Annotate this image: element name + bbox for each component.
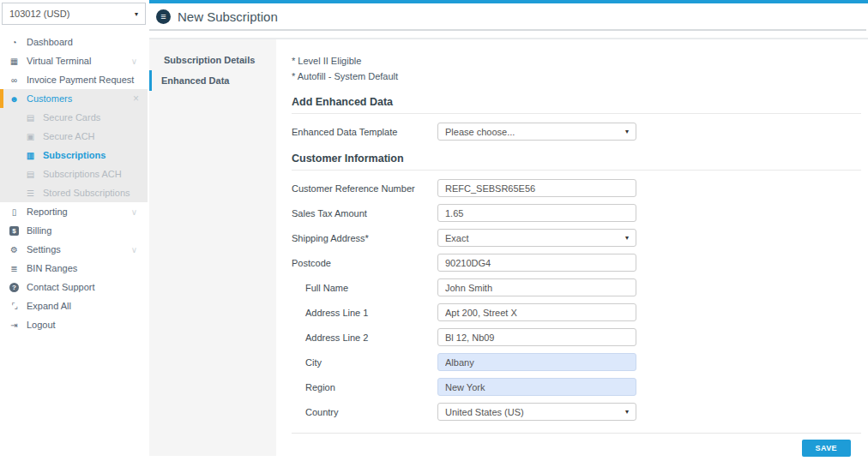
sidebar-item-label: Reporting (27, 207, 68, 217)
select-value: Exact (445, 233, 469, 243)
field-label: Address Line 1 (292, 308, 437, 318)
form-row-address-line-1: Address Line 1 (292, 303, 861, 321)
section-heading-customer-information: Customer Information (292, 153, 861, 171)
calculator-icon: ▦ (8, 57, 21, 66)
chevron-down-icon: ∨ (131, 57, 148, 66)
city-input[interactable] (437, 353, 636, 371)
subnav-item-subscription-details[interactable]: Subscription Details (149, 50, 276, 70)
country-select[interactable]: United States (US)▾ (437, 403, 636, 421)
sign-out-icon: ⇥ (8, 320, 21, 330)
field-label: Full Name (292, 283, 437, 293)
postcode-input[interactable] (437, 254, 636, 272)
sidebar-item-label: BIN Ranges (27, 263, 77, 273)
lock-icon: ▣ (24, 132, 37, 141)
field-label: Sales Tax Amount (292, 208, 437, 219)
sidebar-item-label: Secure Cards (43, 112, 100, 123)
sidebar-item-label: Customers (27, 93, 72, 104)
account-selector-value: 103012 (USD) (9, 9, 69, 19)
sidebar-item-settings[interactable]: ⚙Settings∨ (0, 240, 148, 259)
shipping-address-select[interactable]: Exact▾ (437, 229, 636, 247)
sidebar-item-billing[interactable]: $Billing (0, 221, 148, 240)
sidebar-item-bin-ranges[interactable]: ≣BIN Ranges (0, 259, 148, 278)
subnav-item-enhanced-data[interactable]: Enhanced Data (149, 70, 276, 91)
sidebar-item-reporting[interactable]: ▯Reporting∨ (0, 202, 148, 221)
sidebar-item-dashboard[interactable]: ◔Dashboard (0, 33, 148, 51)
header-divider (149, 29, 866, 31)
address-line-1-input[interactable] (437, 303, 636, 321)
full-name-input[interactable] (437, 278, 636, 296)
chevron-down-icon: ∨ (131, 245, 148, 254)
form-row-country: CountryUnited States (US)▾ (292, 403, 861, 421)
sidebar-item-secure-ach[interactable]: ▣Secure ACH (0, 127, 148, 146)
subscription-card-icon: ▤ (24, 170, 37, 179)
sidebar-item-stored-subscriptions[interactable]: ☰Stored Subscriptions (0, 183, 148, 202)
users-icon: ☻ (8, 94, 21, 104)
billing-dollar-glyph: $ (9, 226, 19, 236)
sidebar-item-subscriptions[interactable]: ▥Subscriptions (0, 146, 148, 165)
gears-icon: ⚙ (8, 245, 21, 254)
form-row-region: Region (292, 378, 861, 396)
section-heading-add-enhanced-data: Add Enhanced Data (292, 96, 861, 114)
form-row-sales-tax-amount: Sales Tax Amount (292, 204, 861, 222)
field-label: Postcode (292, 258, 437, 268)
credit-card-icon: ▤ (24, 113, 37, 123)
field-label: Address Line 2 (292, 332, 437, 343)
sidebar-item-label: Stored Subscriptions (43, 188, 130, 198)
content-panel: Subscription DetailsEnhanced Data * Leve… (149, 38, 868, 456)
close-icon[interactable]: × (133, 93, 148, 105)
sidebar-item-label: Dashboard (27, 37, 73, 47)
sidebar-item-label: Virtual Terminal (27, 56, 91, 66)
sidebar-item-expand-all[interactable]: ⌜⌟Expand All (0, 296, 148, 315)
sidebar-item-label: Expand All (27, 301, 71, 311)
subscription-card-icon: ▥ (24, 151, 37, 160)
sidebar-item-label: Settings (27, 244, 61, 254)
form-row-address-line-2: Address Line 2 (292, 328, 861, 346)
sidebar-item-label: Contact Support (27, 282, 95, 292)
database-icon: ☰ (24, 189, 37, 198)
sidebar-item-virtual-terminal[interactable]: ▦Virtual Terminal∨ (0, 51, 148, 70)
region-input[interactable] (437, 378, 636, 396)
sidebar-item-subscriptions-ach[interactable]: ▤Subscriptions ACH (0, 165, 148, 183)
page-header: ≡ New Subscription (149, 3, 868, 29)
sidebar-item-label: Subscriptions (43, 150, 105, 160)
field-label: Country (292, 407, 437, 417)
caret-down-icon: ▾ (625, 234, 629, 242)
list-icon: ≣ (8, 264, 21, 273)
sales-tax-amount-input[interactable] (437, 204, 636, 222)
form-row-enhanced-data-template: Enhanced Data TemplatePlease choose...▾ (292, 123, 861, 141)
form-sections: Add Enhanced DataEnhanced Data TemplateP… (292, 96, 861, 421)
field-label: Shipping Address* (292, 233, 437, 243)
subnav: Subscription DetailsEnhanced Data (149, 39, 276, 456)
account-selector[interactable]: 103012 (USD) ▾ (2, 3, 146, 25)
select-value: United States (US) (445, 407, 524, 417)
sidebar-item-label: Logout (27, 320, 56, 330)
autofill-note: * Autofill - System Default (292, 69, 861, 84)
link-icon: ∞ (8, 75, 21, 85)
billing-dollar-icon: $ (8, 226, 21, 236)
sidebar-item-invoice-payment-request[interactable]: ∞Invoice Payment Request (0, 70, 148, 89)
form-row-postcode: Postcode (292, 254, 861, 272)
field-label: Region (292, 382, 437, 392)
dashboard-gauge-icon: ◔ (8, 38, 21, 47)
enhanced-data-template-select[interactable]: Please choose...▾ (437, 123, 636, 141)
sidebar: 103012 (USD) ▾ ◔Dashboard▦Virtual Termin… (0, 0, 148, 461)
report-file-icon: ▯ (8, 207, 21, 217)
form-row-full-name: Full Name (292, 278, 861, 296)
question-circle-glyph: ? (9, 283, 19, 292)
sidebar-nav: ◔Dashboard▦Virtual Terminal∨∞Invoice Pay… (0, 33, 148, 334)
app: { "colors": { "accent": "#1e9cd7", "topb… (0, 0, 868, 461)
save-button[interactable]: SAVE (802, 440, 851, 457)
chevron-down-icon: ∨ (131, 207, 148, 217)
sidebar-item-contact-support[interactable]: ?Contact Support (0, 278, 148, 296)
main-content: ≡ New Subscription Subscription DetailsE… (149, 0, 868, 461)
sidebar-item-secure-cards[interactable]: ▤Secure Cards (0, 108, 148, 127)
customer-reference-number-input[interactable] (437, 179, 636, 197)
field-label: City (292, 357, 437, 368)
form-row-shipping-address: Shipping Address*Exact▾ (292, 229, 861, 247)
address-line-2-input[interactable] (437, 328, 636, 346)
form-row-customer-reference-number: Customer Reference Number (292, 179, 861, 197)
sidebar-item-logout[interactable]: ⇥Logout (0, 315, 148, 334)
sidebar-item-label: Billing (27, 225, 51, 236)
sidebar-item-customers[interactable]: ☻Customers× (0, 89, 148, 108)
sidebar-item-label: Subscriptions ACH (43, 169, 122, 179)
